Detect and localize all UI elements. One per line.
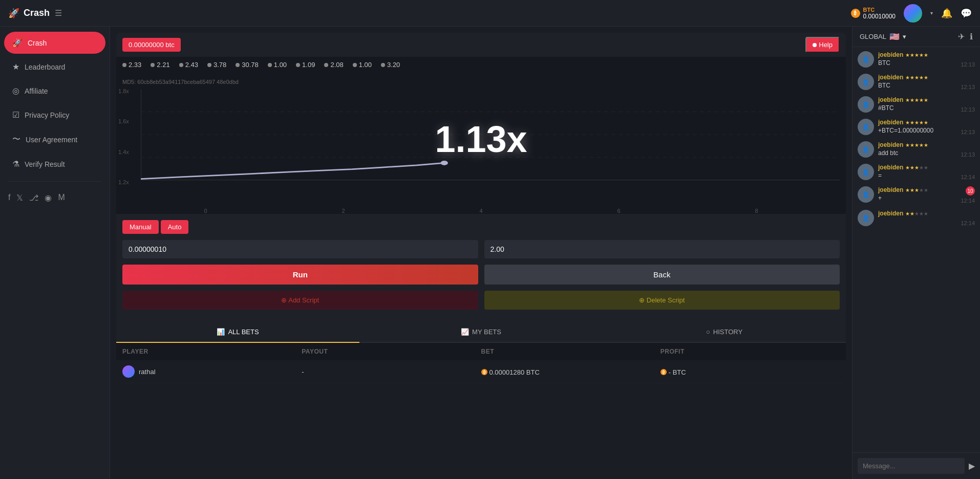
profit-btc-icon: ₿: [661, 369, 667, 375]
unread-badge: 10: [966, 186, 975, 195]
ticker-item: 2.21: [151, 61, 169, 69]
bets-section: 📊 ALL BETS 📈 MY BETS ○ HISTORY PLAYER: [116, 322, 846, 383]
header: 🚀 Crash ☰ ₿ BTC 0.00010000 ▾ 🔔 💬: [0, 0, 980, 27]
facebook-icon[interactable]: f: [8, 193, 10, 203]
sidebar-item-user-agreement[interactable]: 〜 User Agreement: [4, 128, 105, 151]
star-rating: ★★★★★: [905, 97, 928, 103]
chat-input[interactable]: [858, 458, 965, 474]
msg-time: 12:14: [961, 220, 975, 226]
profit-btc-inline: ₿ - BTC: [661, 368, 686, 376]
ticker-dot: [179, 63, 183, 67]
msg-username: joebiden: [878, 210, 903, 217]
verify-icon: ⚗: [12, 159, 19, 169]
sidebar-item-crash[interactable]: 🚀 Crash: [4, 32, 105, 54]
help-button[interactable]: Help: [805, 37, 840, 53]
my-bets-icon: 📈: [461, 328, 469, 336]
msg-time: 12:13: [961, 129, 975, 135]
tab-all-bets[interactable]: 📊 ALL BETS: [116, 322, 359, 343]
player-avatar: [122, 365, 135, 378]
star-rating: ★★★★★: [905, 120, 928, 125]
avatar: 👤: [858, 186, 874, 203]
medium-icon[interactable]: M: [58, 193, 65, 203]
player-name: rathal: [139, 368, 156, 376]
star-rating: ★★★★★: [905, 142, 928, 148]
delete-script-button[interactable]: ⊕ Delete Script: [484, 291, 840, 310]
main-layout: 🚀 Crash ★ Leaderboard ◎ Affiliate ☑ Priv…: [0, 27, 980, 479]
bet-amount-input[interactable]: [122, 240, 478, 258]
ticker-item: 2.33: [122, 61, 141, 69]
back-button[interactable]: Back: [484, 265, 840, 285]
avatar: 👤: [858, 51, 874, 68]
all-bets-icon: 📊: [217, 328, 225, 336]
star-rating: ★★★★★: [905, 165, 928, 170]
bets-header: PLAYER PAYOUT BET PROFIT: [116, 343, 846, 360]
bell-icon[interactable]: 🔔: [941, 8, 952, 19]
send-icon[interactable]: ✈: [958, 32, 965, 41]
msg-time: 12:14: [961, 174, 975, 180]
msg-text: #BTC: [878, 104, 956, 112]
tab-auto[interactable]: Auto: [161, 220, 189, 234]
ticker-dot: [122, 63, 126, 67]
ticker-item: 1.00: [268, 61, 287, 69]
main-content: 0.00000000 btc Help 2.33 2.21 2.43 3.78 …: [110, 27, 852, 479]
user-avatar-btn[interactable]: [904, 4, 922, 23]
instagram-icon[interactable]: ◉: [45, 193, 52, 203]
chat-messages: 👤 joebiden ★★★★★ BTC 12:13 👤 joebiden ★★…: [853, 47, 980, 452]
ticker-dot: [353, 63, 357, 67]
col-payout: PAYOUT: [302, 348, 481, 355]
chat-message: 👤 joebiden ★★★★★ = 12:14: [858, 164, 975, 180]
profit-value: - BTC: [669, 368, 686, 376]
ticker-dot: [324, 63, 328, 67]
star-rating: ★★★★★: [905, 75, 928, 80]
bets-tabs: 📊 ALL BETS 📈 MY BETS ○ HISTORY: [116, 322, 846, 343]
tab-manual[interactable]: Manual: [122, 220, 159, 234]
chat-message: 👤 joebiden ★★★★★ +BTC=1.000000000 12:13: [858, 119, 975, 135]
flag-icon: 🇺🇸: [889, 32, 900, 41]
logo-emoji: 🚀: [8, 8, 19, 19]
menu-icon[interactable]: ☰: [55, 8, 62, 18]
multiplier-ticker: 2.33 2.21 2.43 3.78 30.78 1.00 1.09 2.08…: [116, 57, 846, 73]
send-button[interactable]: ▶: [969, 461, 975, 471]
add-script-button[interactable]: ⊕ Add Script: [122, 291, 478, 310]
bet-btc-inline: ₿ 0.00001280 BTC: [481, 368, 540, 376]
msg-time: 12:14: [961, 198, 975, 204]
chevron-down-icon[interactable]: ▾: [930, 10, 933, 16]
sidebar-social: f 𝕏 ⎇ ◉ M: [0, 189, 110, 207]
app-logo: 🚀 Crash: [8, 8, 50, 19]
msg-body: joebiden ★★★★★ #BTC: [878, 96, 956, 112]
chat-icon-top[interactable]: 💬: [961, 8, 972, 19]
sidebar-item-privacy-policy[interactable]: ☑ Privacy Policy: [4, 104, 105, 126]
info-icon[interactable]: ℹ: [970, 32, 973, 41]
avatar: 👤: [858, 74, 874, 90]
header-right: ₿ BTC 0.00010000 ▾ 🔔 💬: [851, 4, 972, 23]
sidebar-item-leaderboard[interactable]: ★ Leaderboard: [4, 56, 105, 78]
sidebar-item-verify-result[interactable]: ⚗ Verify Result: [4, 153, 105, 175]
avatar: 👤: [858, 164, 874, 180]
ticker-dot: [207, 63, 211, 67]
multiplier-input[interactable]: [484, 240, 840, 258]
btc-coin-icon: ₿: [851, 9, 860, 18]
payout-cell: -: [302, 368, 481, 376]
ticker-dot: [296, 63, 300, 67]
col-player: PLAYER: [122, 348, 302, 355]
tab-my-bets[interactable]: 📈 MY BETS: [359, 322, 603, 342]
sidebar-item-affiliate[interactable]: ◎ Affiliate: [4, 80, 105, 102]
profit-cell: ₿ - BTC: [661, 367, 840, 376]
inputs-row: [122, 240, 840, 258]
msg-text: +: [878, 194, 956, 202]
discord-icon[interactable]: ⎇: [29, 193, 38, 203]
chat-global[interactable]: GLOBAL 🇺🇸 ▾: [860, 32, 906, 41]
ticker-item: 1.00: [353, 61, 372, 69]
sidebar-label-privacy: Privacy Policy: [25, 111, 69, 119]
run-button[interactable]: Run: [122, 265, 478, 285]
msg-time: 12:13: [961, 84, 975, 90]
tab-history[interactable]: ○ HISTORY: [603, 322, 846, 342]
ticker-dot: [236, 63, 240, 67]
twitter-icon[interactable]: 𝕏: [16, 193, 23, 203]
chat-header-icons: ✈ ℹ: [958, 32, 973, 41]
msg-text: +BTC=1.000000000: [878, 127, 956, 134]
msg-time: 12:13: [961, 151, 975, 158]
app-title: Crash: [24, 8, 50, 18]
msg-username: joebiden: [878, 119, 903, 126]
game-top-bar: 0.00000000 btc Help: [116, 33, 846, 57]
